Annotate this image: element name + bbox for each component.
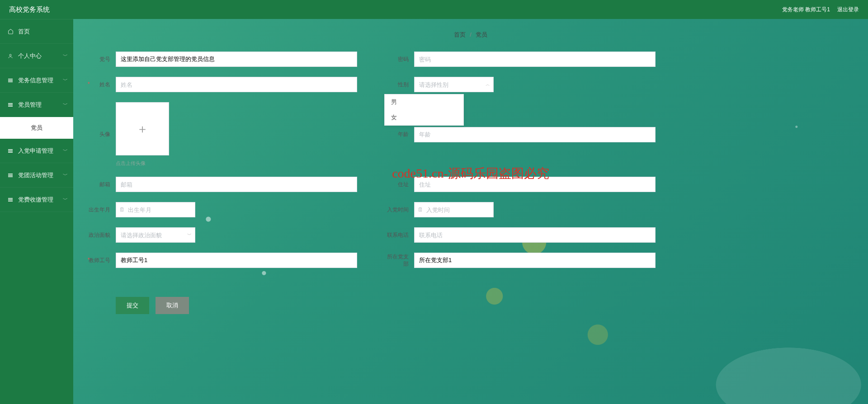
chevron-down-icon: ﹀ (63, 172, 68, 179)
sidebar-item-label: 个人中心 (18, 52, 42, 60)
sidebar-item-label: 党费收缴管理 (18, 196, 53, 204)
chevron-down-icon: ﹀ (63, 101, 68, 108)
list-icon (7, 197, 14, 203)
label-mima: 密码 (384, 56, 414, 63)
label-xingming: 姓名 (86, 81, 116, 89)
label-lianxi: 联系电话 (384, 231, 414, 239)
avatar-hint: 点击上传头像 (116, 160, 357, 167)
user-label[interactable]: 党务老师 教师工号1 (782, 6, 830, 14)
list-icon (7, 77, 14, 84)
input-rudang[interactable] (414, 202, 494, 217)
sidebar-item-info[interactable]: 党务信息管理 ﹀ (0, 68, 73, 93)
input-lianxi[interactable] (414, 227, 656, 243)
sidebar-item-activity[interactable]: 党团活动管理 ﹀ (0, 163, 73, 188)
app-title: 高校党务系统 (9, 5, 50, 14)
user-icon (7, 53, 14, 59)
chevron-down-icon: ﹀ (63, 52, 68, 59)
plus-icon: ＋ (137, 121, 148, 137)
input-youxiang[interactable] (116, 177, 357, 192)
option-male[interactable]: 男 (385, 94, 463, 110)
header-right: 党务老师 教师工号1 退出登录 (782, 6, 859, 14)
label-nianling: 年龄 (384, 131, 414, 138)
label-chusheng: 出生年月 (86, 206, 116, 214)
input-zhuzhi[interactable] (414, 177, 656, 192)
sidebar: 首页 个人中心 ﹀ 党务信息管理 ﹀ 党员管理 ﹀ 党员 入党申请管理 ﹀ (0, 19, 73, 404)
input-xingming[interactable] (116, 77, 357, 92)
label-jiaoshi: 教师工号 (86, 257, 116, 264)
label-xingbie: 性别 (384, 81, 414, 89)
breadcrumb: 首页 / 党员 (86, 31, 855, 39)
sidebar-item-apply[interactable]: 入党申请管理 ﹀ (0, 139, 73, 163)
sidebar-item-label: 党员管理 (18, 101, 42, 109)
input-zhibu[interactable] (414, 253, 656, 268)
label-zhibu: 所在党支部 (384, 253, 414, 268)
chevron-down-icon: ﹀ (63, 147, 68, 154)
select-xingbie[interactable] (414, 77, 494, 92)
input-nianling[interactable] (414, 127, 656, 142)
label-zhuzhi: 住址 (384, 181, 414, 188)
logout-link[interactable]: 退出登录 (837, 6, 859, 14)
sidebar-item-label: 党务信息管理 (18, 76, 53, 85)
submit-button[interactable]: 提交 (116, 297, 149, 314)
content: 首页 个人中心 ﹀ 党务信息管理 ﹀ 党员管理 ﹀ 党员 入党申请管理 ﹀ (0, 19, 868, 404)
breadcrumb-sep: / (470, 31, 472, 38)
sidebar-subitem-label: 党员 (31, 124, 42, 132)
label-zhengzhi: 政治面貌 (86, 231, 116, 239)
dropdown-xingbie: 男 女 (384, 94, 464, 126)
chevron-down-icon: ﹀ (63, 77, 68, 84)
input-chusheng[interactable] (116, 202, 195, 217)
input-jiaoshi[interactable] (116, 253, 357, 268)
sidebar-item-label: 首页 (18, 28, 30, 36)
sidebar-item-label: 入党申请管理 (18, 147, 53, 155)
sidebar-item-profile[interactable]: 个人中心 ﹀ (0, 44, 73, 68)
sidebar-subitem-member[interactable]: 党员 (0, 117, 73, 139)
breadcrumb-current: 党员 (476, 31, 487, 38)
top-header: 高校党务系统 党务老师 教师工号1 退出登录 (0, 0, 868, 19)
label-rudang: 入党时间 (384, 206, 414, 214)
input-mima[interactable] (414, 52, 656, 67)
sidebar-item-member[interactable]: 党员管理 ﹀ (0, 93, 73, 117)
sidebar-item-home[interactable]: 首页 (0, 19, 73, 44)
list-icon (7, 148, 14, 154)
label-touxiang: 头像 (86, 131, 116, 138)
label-youxiang: 邮箱 (86, 181, 116, 188)
chevron-down-icon: ﹀ (63, 196, 68, 203)
cancel-button[interactable]: 取消 (156, 297, 189, 314)
home-icon (7, 28, 14, 35)
breadcrumb-home[interactable]: 首页 (454, 31, 466, 38)
avatar-uploader[interactable]: ＋ (116, 102, 169, 155)
main-panel: code51.cn-源码乐园盗图必究 首页 / 党员 党号 密码 姓名 (73, 19, 868, 404)
select-zhengzhi[interactable] (116, 227, 195, 243)
member-form: 党号 密码 姓名 性别 ︿ (86, 52, 656, 314)
sidebar-item-fee[interactable]: 党费收缴管理 ﹀ (0, 188, 73, 212)
sidebar-item-label: 党团活动管理 (18, 171, 53, 179)
input-danghao[interactable] (116, 52, 357, 67)
list-icon (7, 172, 14, 179)
svg-point-0 (9, 54, 11, 56)
list-icon (7, 102, 14, 108)
label-danghao: 党号 (86, 56, 116, 63)
option-female[interactable]: 女 (385, 110, 463, 125)
